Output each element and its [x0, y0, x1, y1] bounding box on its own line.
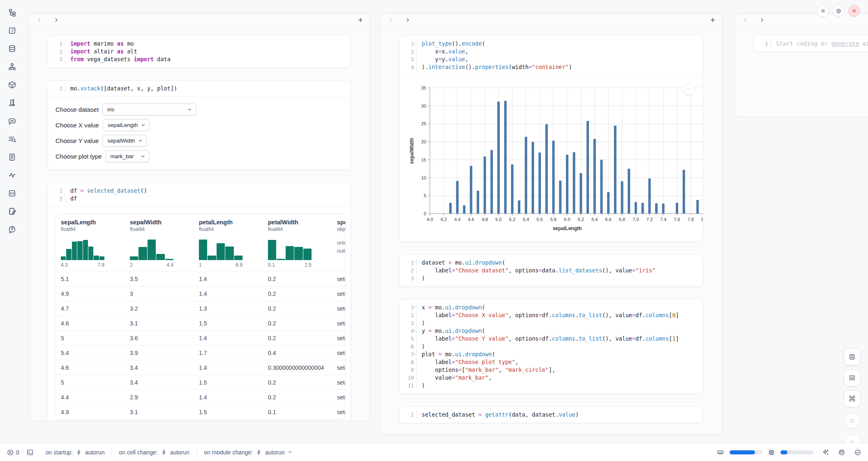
code-text: plot = mo.ui.dropdown(	[417, 350, 495, 358]
bar	[532, 142, 534, 214]
table-cell: 0.4	[263, 346, 332, 360]
save-icon	[848, 353, 856, 361]
error-circle-icon	[7, 449, 14, 456]
move-column-left-button[interactable]	[36, 16, 43, 24]
run-config-2[interactable]: on module change:autorun	[197, 449, 299, 456]
move-column-right-button[interactable]	[758, 16, 765, 24]
shutdown-button[interactable]	[848, 5, 860, 17]
code-line: 11)	[399, 382, 703, 390]
dropdown-choose-x-value[interactable]: sepalLength	[103, 119, 150, 131]
run-config-1[interactable]: on cell change:autorun	[112, 449, 196, 456]
copilot-icon	[838, 449, 845, 456]
table-row[interactable]: 4.42.91.40.2setosa	[56, 390, 346, 405]
stop-button[interactable]	[845, 413, 860, 429]
db-icon	[8, 44, 16, 53]
table-cell: 0.3000000000000004	[263, 360, 332, 375]
sidebar-item-scratchpad[interactable]	[6, 97, 18, 108]
table-row[interactable]: 4.931.40.2setosa	[56, 286, 346, 301]
add-column-button[interactable]: +	[358, 16, 363, 24]
table-row[interactable]: 4.63.11.50.2setosa	[56, 316, 346, 331]
add-column-button[interactable]: +	[710, 16, 715, 24]
settings-button[interactable]	[833, 5, 845, 17]
sidebar-item-packages[interactable]	[6, 79, 18, 90]
ai-features-button[interactable]	[822, 449, 829, 456]
column-header-petalWidth[interactable]: petalWidthfloat640.12.5	[263, 214, 332, 272]
sidebar-item-snippets[interactable]	[6, 187, 18, 199]
cell-code-editor[interactable]: 1mo.vstack([dataset, x, y, plot])	[48, 81, 351, 97]
table-row[interactable]: 53.41.50.2setosa	[56, 375, 346, 390]
move-column-left-button[interactable]	[387, 16, 395, 24]
column-header-sepalWidth[interactable]: sepalWidthfloat6424.4	[125, 214, 194, 272]
code-text: ).interactive().properties(width="contai…	[417, 63, 572, 71]
dropdown-choose-y-value[interactable]: sepalWidth	[102, 135, 147, 147]
sidebar-item-help[interactable]	[6, 224, 18, 235]
sidebar-item-variables[interactable]	[6, 25, 18, 36]
code-line: 1plot_type().encode(	[399, 40, 703, 48]
table-row[interactable]: 4.73.21.30.2setosa	[56, 301, 346, 316]
notebook-menu-button[interactable]	[817, 5, 829, 17]
generate-with-ai-link[interactable]: generate	[831, 40, 859, 47]
dropdown-value: sepalWidth	[107, 138, 135, 144]
histogram-bar	[199, 240, 207, 260]
move-column-right-button[interactable]	[404, 16, 411, 24]
control-row: Choose datasetiris	[55, 104, 343, 115]
histogram-bar	[61, 256, 66, 260]
sidebar-item-documentation[interactable]	[6, 151, 18, 163]
table-row[interactable]: 53.61.40.2setosa	[56, 331, 346, 346]
run-config-value: autorun	[265, 449, 284, 456]
sidebar-item-tracing[interactable]	[6, 169, 18, 181]
table-cell: setosa	[332, 301, 346, 316]
bar	[497, 101, 500, 214]
column-header-petalLength[interactable]: petalLengthfloat6416.9	[194, 214, 263, 272]
table-row[interactable]: 5.13.51.40.2setosa	[56, 272, 346, 286]
table-row[interactable]: 4.63.41.40.3000000000000004setosa	[56, 360, 346, 375]
save-button[interactable]	[844, 348, 861, 365]
keyboard-shortcuts-button[interactable]: ⌘	[844, 390, 861, 407]
sidebar-item-datasources[interactable]	[6, 43, 18, 54]
cell-code-editor[interactable]: 1Start coding or generate with AI	[754, 36, 868, 52]
bar-chart[interactable]: 4.04.24.44.64.85.05.25.45.65.86.06.26.46…	[407, 82, 703, 233]
dropdown-choose-plot-type[interactable]: mark_bar	[106, 150, 149, 162]
histogram-max: 7.9	[97, 262, 104, 268]
line-number: 1	[399, 304, 417, 311]
histogram-max: 6.9	[235, 262, 242, 268]
fold-chevron-icon	[413, 260, 417, 264]
run-config-0[interactable]: on startup:autorun	[39, 449, 112, 456]
sidebar-item-file-explorer[interactable]	[6, 7, 18, 18]
cell-code-editor[interactable]: 1x = mo.ui.dropdown(2 label="Choose X va…	[399, 300, 703, 394]
cell-code-editor[interactable]: 1dataset = mo.ui.dropdown(2 label="Choos…	[399, 255, 703, 286]
table-cell: setosa	[332, 375, 346, 390]
sidebar-item-notes[interactable]	[6, 205, 18, 217]
cell-code-editor[interactable]: 1selected_dataset = getattr(data, datase…	[399, 407, 703, 423]
table-cell: 4.4	[56, 390, 125, 405]
column-header-species[interactable]: speciesobjectunique:nulls:	[332, 214, 346, 272]
sidebar-item-logs[interactable]	[6, 133, 18, 145]
histogram-bar	[94, 256, 99, 260]
dropdown-choose-dataset[interactable]: iris	[102, 104, 196, 115]
bar	[456, 181, 459, 214]
terminal-button[interactable]	[26, 449, 34, 456]
errors-indicator[interactable]: 0	[7, 449, 19, 456]
cell-code-editor[interactable]: 1import marimo as mo2import altair as al…	[48, 36, 351, 67]
code-line: 4y = mo.ui.dropdown(	[399, 327, 703, 335]
table-cell: 1.4	[194, 286, 263, 301]
sidebar-item-ai-chat[interactable]	[6, 115, 18, 127]
sidebar-item-dependency-graph[interactable]	[6, 61, 18, 72]
histogram-range: 4.37.9	[61, 262, 104, 268]
histogram-bar	[303, 249, 312, 260]
table-row[interactable]: 4.93.11.50.1setosa	[56, 405, 346, 420]
chart-menu-button[interactable]: ⋯	[682, 83, 695, 95]
histogram-bar	[286, 246, 294, 260]
cell-code-editor[interactable]: 1plot_type().encode(2 x=x.value,3 y=y.va…	[399, 36, 703, 75]
column-header-sepalLength[interactable]: sepalLengthfloat644.37.9	[56, 214, 125, 272]
zap-icon	[76, 449, 82, 456]
layout-button[interactable]	[844, 369, 861, 386]
connection-status-button[interactable]	[854, 449, 861, 456]
move-column-right-button[interactable]	[52, 16, 60, 24]
move-column-left-button[interactable]	[741, 16, 749, 24]
table-row[interactable]: 5.43.91.70.4setosa	[56, 346, 346, 360]
cell-code-editor[interactable]: 1df = selected_dataset()2df	[48, 183, 351, 207]
code-text: options=["mark_bar", "mark_circle"],	[417, 366, 555, 374]
line-number: 2	[399, 267, 417, 274]
copilot-status-button[interactable]	[838, 449, 845, 456]
